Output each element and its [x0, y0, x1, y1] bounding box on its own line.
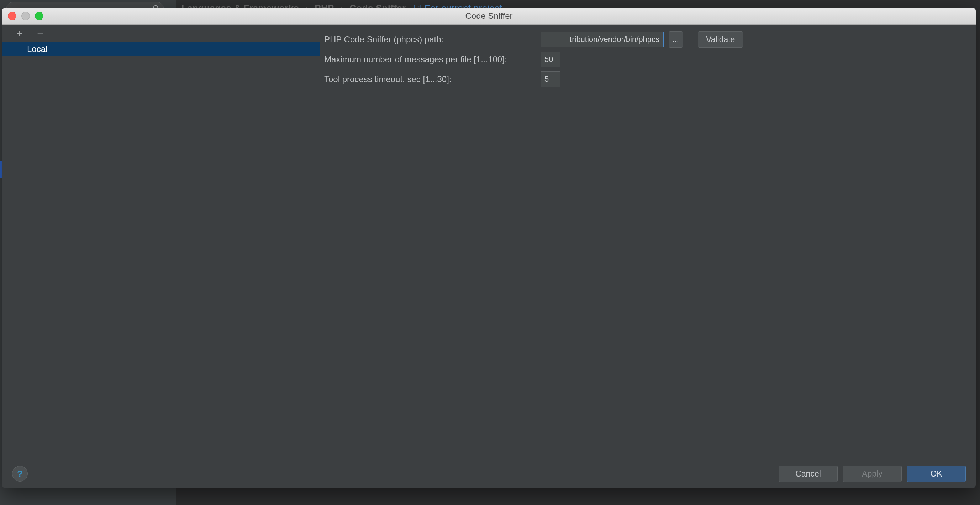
list-toolbar — [2, 25, 320, 42]
input-max-messages[interactable] — [541, 52, 560, 67]
row-max-messages: Maximum number of messages per file [1..… — [324, 49, 972, 69]
row-timeout: Tool process timeout, sec [1...30]: — [324, 69, 972, 89]
label-max-messages: Maximum number of messages per file [1..… — [324, 54, 536, 64]
config-item-local[interactable]: Local — [2, 42, 320, 56]
input-timeout[interactable] — [541, 71, 560, 87]
label-phpcs-path: PHP Code Sniffer (phpcs) path: — [324, 35, 536, 44]
validate-button[interactable]: Validate — [698, 31, 743, 48]
window-controls — [8, 12, 43, 20]
zoom-window-button[interactable] — [35, 12, 43, 20]
config-item-label: Local — [27, 44, 47, 54]
apply-button[interactable]: Apply — [843, 465, 902, 482]
input-phpcs-path[interactable] — [541, 32, 663, 47]
dialog-title: Code Sniffer — [2, 11, 976, 21]
label-timeout: Tool process timeout, sec [1...30]: — [324, 74, 536, 84]
settings-form: PHP Code Sniffer (phpcs) path: … Validat… — [320, 25, 976, 459]
browse-button[interactable]: … — [669, 31, 683, 48]
add-button[interactable] — [14, 28, 25, 39]
row-phpcs-path: PHP Code Sniffer (phpcs) path: … Validat… — [324, 30, 972, 49]
config-list[interactable]: Local — [2, 42, 320, 459]
code-sniffer-dialog: Code Sniffer Local — [2, 8, 976, 488]
dialog-footer: ? Cancel Apply OK — [2, 459, 976, 488]
close-window-button[interactable] — [8, 12, 16, 20]
dialog-body: Local PHP Code Sniffer (phpcs) path: … V… — [2, 25, 976, 459]
remove-button[interactable] — [35, 28, 46, 39]
minimize-window-button[interactable] — [21, 12, 30, 20]
interpreter-list-panel: Local — [2, 25, 320, 459]
dialog-titlebar[interactable]: Code Sniffer — [2, 8, 976, 25]
ok-button[interactable]: OK — [907, 465, 966, 482]
help-button[interactable]: ? — [12, 466, 28, 481]
cancel-button[interactable]: Cancel — [779, 465, 838, 482]
